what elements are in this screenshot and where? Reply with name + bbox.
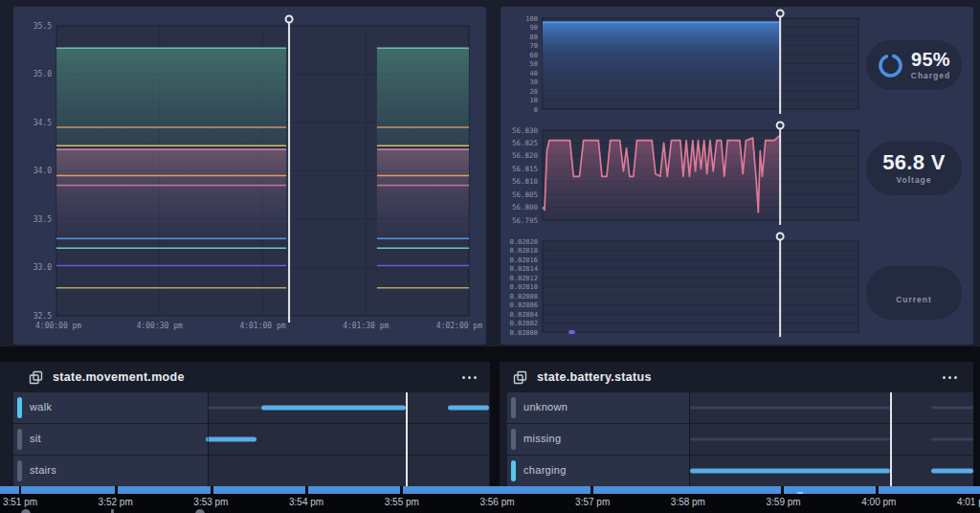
axis-tick-label: 4:01:30 pm — [343, 322, 389, 330]
timeline-loaded-segment[interactable] — [0, 486, 19, 494]
state-row-stairs: stairs — [13, 456, 489, 486]
timeline-time-label: 3:57 pm — [575, 497, 610, 507]
timeline-labels: 3:51 pm3:52 pm3:53 pm3:54 pm3:55 pm3:56 … — [0, 494, 980, 513]
temperature-chart[interactable]: 35.535.034.534.033.533.032.54:00:00 pm4:… — [13, 7, 486, 345]
state-bar — [931, 469, 973, 474]
axis-tick-label: 56.815 — [512, 165, 538, 173]
state-indicator-pill — [17, 397, 22, 418]
axis-tick-label: 0.02802 — [509, 320, 538, 327]
state-bar — [690, 469, 890, 474]
movement-panel-header: state.movement.mode — [0, 362, 490, 392]
axis-tick-label: 33.5 — [33, 215, 52, 224]
timeline-loaded-segment[interactable] — [308, 486, 400, 494]
event-marker-icon[interactable] — [195, 509, 205, 513]
battery-charts-panel: 100908070605040302010056.83056.82556.820… — [501, 7, 973, 345]
timeline-time-label: 3:55 pm — [385, 497, 419, 507]
temperature-chart-panel: 35.535.034.534.033.533.032.54:00:00 pm4:… — [13, 7, 486, 345]
voltage-value: 56.8 V — [882, 152, 945, 173]
timeline-time-label: 3:52 pm — [99, 497, 133, 507]
timeline-loaded-segment[interactable] — [593, 486, 781, 494]
axis-tick-label: 100 — [525, 15, 538, 23]
timeline-loaded-segment[interactable] — [403, 486, 590, 494]
timeline-loaded-segment[interactable] — [879, 486, 980, 494]
charged-stat-pill: 95% Charged — [866, 40, 962, 90]
panel-layers-icon[interactable] — [513, 370, 527, 385]
movement-panel-menu-button[interactable] — [462, 376, 477, 379]
axis-tick-label: 0.02804 — [509, 311, 538, 319]
timeline-loaded-segment[interactable] — [118, 486, 211, 494]
series-fill — [56, 48, 286, 145]
current-mark — [568, 330, 575, 334]
state-row-label: walk — [30, 401, 52, 413]
axis-tick-label: 35.0 — [33, 70, 52, 78]
battery-charts[interactable]: 100908070605040302010056.83056.82556.820… — [501, 7, 864, 345]
axis-tick-label: 34.5 — [33, 119, 52, 127]
timeline-loaded-segment[interactable] — [21, 486, 115, 494]
playhead-handle[interactable] — [777, 11, 784, 17]
axis-tick-label: 56.805 — [512, 190, 538, 199]
axis-tick-label: 33.0 — [33, 263, 52, 272]
state-row-track — [13, 456, 489, 486]
state-indicator-pill — [511, 397, 516, 418]
state-indicator-pill — [17, 460, 22, 481]
state-bar-dim — [931, 438, 973, 441]
playhead-handle[interactable] — [777, 123, 784, 129]
voltage-stat-pill: 56.8 V Voltage — [866, 142, 962, 195]
timeline-time-label: 3:58 pm — [671, 497, 705, 507]
movement-panel-title: state.movement.mode — [53, 370, 453, 384]
state-grid-line — [208, 392, 209, 486]
axis-tick-label: 56.810 — [512, 177, 539, 186]
axis-tick-label: 34.0 — [33, 167, 52, 175]
state-bar — [206, 437, 256, 442]
series-fill — [377, 148, 469, 240]
series-fill — [377, 48, 469, 145]
axis-tick-label: 10 — [530, 97, 538, 104]
axis-tick-label: 0.02820 — [509, 238, 538, 246]
axis-tick-label: 56.825 — [512, 139, 538, 147]
state-indicator-pill — [511, 429, 516, 450]
axis-tick-label: 56.800 — [512, 203, 539, 212]
event-marker-icon[interactable] — [111, 509, 114, 513]
panel-layers-icon[interactable] — [29, 370, 43, 385]
axis-tick-label: 60 — [530, 52, 538, 59]
charged-value: 95% — [911, 50, 950, 69]
axis-tick-label: 0.02806 — [509, 301, 538, 309]
playhead[interactable] — [890, 392, 892, 486]
state-indicator-pill — [511, 460, 516, 481]
timeline-time-label: 3:59 pm — [767, 497, 801, 507]
battery-state-timeline[interactable]: unknownmissingcharging — [507, 392, 973, 486]
axis-tick-label: 70 — [530, 42, 538, 50]
battery-panel-header: state.battery.status — [500, 362, 973, 392]
battery-panel-title: state.battery.status — [537, 370, 933, 384]
axis-tick-label: 40 — [530, 70, 538, 78]
charged-label: Charged — [911, 72, 950, 80]
charge-ring-icon — [878, 53, 903, 78]
event-marker-icon[interactable] — [21, 509, 31, 513]
state-bar-dim — [208, 407, 261, 410]
axis-tick-label: 80 — [530, 33, 538, 41]
axis-tick-label: 90 — [530, 24, 538, 32]
timeline-loaded-segment[interactable] — [213, 486, 305, 494]
axis-tick-label: 56.820 — [512, 151, 539, 160]
state-row-label: charging — [523, 464, 567, 476]
axis-tick-label: 0.02816 — [509, 256, 538, 264]
state-indicator-pill — [17, 429, 22, 450]
playhead-handle[interactable] — [286, 16, 293, 23]
timeline-time-label: 3:54 pm — [289, 497, 323, 507]
axis-tick-label: 50 — [530, 60, 538, 68]
axis-tick-label: 0 — [534, 106, 538, 114]
dashboard-screen: 35.535.034.534.033.533.032.54:00:00 pm4:… — [0, 0, 980, 513]
movement-state-timeline[interactable]: walksitstairs — [13, 392, 489, 486]
battery-panel-menu-button[interactable] — [943, 376, 957, 379]
playhead[interactable] — [406, 392, 408, 486]
charge-area — [543, 22, 780, 109]
axis-tick-label: 0.02814 — [509, 265, 538, 273]
state-row-sit: sit — [13, 424, 489, 455]
state-row-missing: missing — [507, 424, 973, 455]
current-stat-pill: Current — [866, 266, 962, 320]
current-label: Current — [896, 296, 932, 304]
playhead-handle[interactable] — [777, 234, 784, 240]
axis-tick-label: 20 — [530, 88, 538, 96]
state-row-charging: charging — [507, 456, 973, 486]
axis-tick-label: 56.830 — [512, 126, 539, 135]
